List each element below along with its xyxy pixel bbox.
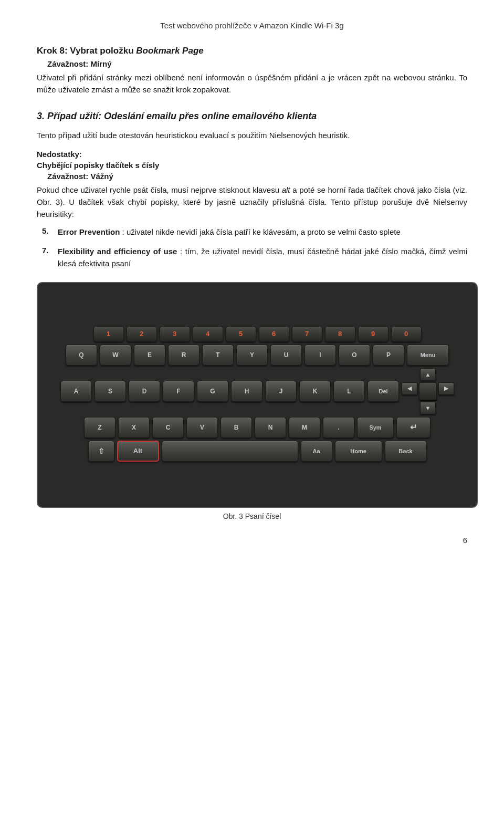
- nedostatky-label: Nedostatky:: [37, 150, 467, 159]
- key-f: F: [163, 381, 194, 402]
- key-l: L: [333, 381, 365, 402]
- section3-title-italic: Odeslání emailu přes online emailového k…: [104, 111, 317, 121]
- body-alt-italic: alt: [282, 185, 290, 194]
- severity-prefix: Závažnost:: [47, 59, 91, 68]
- key-w: W: [100, 345, 131, 366]
- list-item-2: 7. Flexibility and efficiency of use : t…: [42, 245, 467, 270]
- key-q: Q: [66, 345, 97, 366]
- krok8-heading: Krok 8: Vybrat položku Bookmark Page: [37, 46, 467, 56]
- keyboard-image: 1 2 3 4 5 6 7 8 9 0 Q W E R T Y U I O P …: [37, 282, 478, 508]
- key-6: 6: [259, 326, 289, 342]
- key-1: 1: [93, 326, 124, 342]
- key-c: C: [152, 417, 184, 438]
- dpad-bot-row: ▼: [403, 402, 453, 414]
- key-v: V: [186, 417, 218, 438]
- key-home: Home: [335, 441, 382, 462]
- key-7: 7: [292, 326, 322, 342]
- section3-title-prefix: Případ užití:: [47, 111, 104, 121]
- sub-heading: Chybějící popisky tlačítek s čísly: [37, 161, 467, 170]
- key-i: I: [304, 345, 336, 366]
- key-0: 0: [391, 326, 422, 342]
- key-n: N: [255, 417, 286, 438]
- row-4: ⇧ Alt Aa Home Back: [88, 441, 427, 462]
- row-1: Q W E R T Y U I O P Menu: [66, 345, 449, 366]
- krok8-severity: Závažnost: Mírný: [47, 59, 467, 68]
- nedostatky-severity-value: Vážný: [91, 172, 113, 181]
- key-h: H: [231, 381, 262, 402]
- key-3: 3: [160, 326, 190, 342]
- key-del: Del: [368, 381, 399, 402]
- key-u: U: [270, 345, 302, 366]
- krok8-section: Krok 8: Vybrat položku Bookmark Page Záv…: [37, 46, 467, 96]
- key-b: B: [220, 417, 252, 438]
- key-p: P: [373, 345, 404, 366]
- list-item-1-sep: :: [120, 227, 127, 236]
- key-m: M: [289, 417, 320, 438]
- dpad-center: [419, 382, 437, 400]
- key-g: G: [197, 381, 228, 402]
- list-item-2-bold: Flexibility and efficiency of use: [58, 247, 177, 256]
- num-row: 1 2 3 4 5 6 7 8 9 0: [93, 326, 422, 342]
- list-item-1-rest: uživatel nikde nevidí jaká čísla patří k…: [127, 227, 401, 236]
- key-k: K: [299, 381, 331, 402]
- dpad: ▲ ◀ ▶ ▼: [402, 368, 454, 414]
- key-sym: Sym: [357, 417, 394, 438]
- list-item-1-text: Error Prevention : uživatel nikde nevidí…: [58, 226, 467, 238]
- key-z: Z: [84, 417, 116, 438]
- key-a: A: [60, 381, 92, 402]
- nedostatky-severity-prefix: Závažnost:: [47, 172, 91, 181]
- section3-body: Tento případ užití bude otestován heuris…: [37, 129, 467, 141]
- key-t: T: [202, 345, 234, 366]
- krok8-label: Krok 8:: [37, 46, 68, 56]
- key-x: X: [118, 417, 150, 438]
- page-number: 6: [463, 536, 467, 545]
- list-item-1-num: 5.: [42, 226, 58, 238]
- key-period: .: [323, 417, 354, 438]
- krok8-italic: Bookmark Page: [136, 46, 204, 56]
- list-item-2-sep: :: [177, 247, 185, 256]
- dpad-mid-row: ◀ ▶: [402, 382, 454, 400]
- key-back: Back: [385, 441, 427, 462]
- list-item-2-text: Flexibility and efficiency of use : tím,…: [58, 245, 467, 270]
- dpad-up: ▲: [420, 368, 436, 381]
- key-j: J: [265, 381, 297, 402]
- key-e: E: [134, 345, 165, 366]
- section3: 3. Případ užití: Odeslání emailu přes on…: [37, 111, 467, 141]
- key-shift: ⇧: [88, 441, 114, 462]
- dpad-left: ◀: [402, 382, 417, 395]
- key-9: 9: [358, 326, 388, 342]
- row-3: Z X C V B N M . Sym ↵: [84, 417, 430, 438]
- page-title: Test webového prohlížeče v Amazon Kindle…: [37, 21, 467, 30]
- key-menu: Menu: [407, 345, 449, 366]
- list-item-1-bold: Error Prevention: [58, 227, 120, 236]
- dpad-down: ▼: [420, 402, 436, 414]
- krok8-body: Uživatel při přidání stránky mezi oblíbe…: [37, 71, 467, 96]
- key-alt: Alt: [117, 441, 159, 462]
- nedostatky-body: Pokud chce uživatel rychle psát čísla, m…: [37, 184, 467, 221]
- section3-title: 3. Případ užití: Odeslání emailu přes on…: [37, 111, 467, 122]
- krok8-suffix: Vybrat položku: [68, 46, 136, 56]
- dpad-right: ▶: [438, 382, 454, 395]
- key-8: 8: [325, 326, 355, 342]
- row-2: A S D F G H J K L Del ▲ ◀ ▶: [60, 368, 454, 414]
- key-5: 5: [226, 326, 256, 342]
- key-o: O: [339, 345, 370, 366]
- keyboard-caption: Obr. 3 Psaní čísel: [37, 512, 467, 520]
- severity-value: Mírný: [91, 59, 112, 68]
- key-s: S: [94, 381, 126, 402]
- nedostatky-section: Nedostatky: Chybějící popisky tlačítek s…: [37, 150, 467, 221]
- nedostatky-severity: Závažnost: Vážný: [47, 172, 467, 181]
- dpad-top-row: ▲: [403, 368, 453, 381]
- key-2: 2: [127, 326, 157, 342]
- heuristic-list: 5. Error Prevention : uživatel nikde nev…: [37, 226, 467, 270]
- key-r: R: [168, 345, 200, 366]
- list-item-2-num: 7.: [42, 245, 58, 270]
- key-enter: ↵: [396, 417, 430, 438]
- body-part1: Pokud chce uživatel rychle psát čísla, m…: [37, 185, 282, 194]
- list-item-1: 5. Error Prevention : uživatel nikde nev…: [42, 226, 467, 238]
- section3-number: 3.: [37, 111, 45, 121]
- page-content: Test webového prohlížeče v Amazon Kindle…: [0, 0, 504, 557]
- key-aa: Aa: [301, 441, 332, 462]
- key-y: Y: [236, 345, 268, 366]
- key-space: [162, 441, 298, 462]
